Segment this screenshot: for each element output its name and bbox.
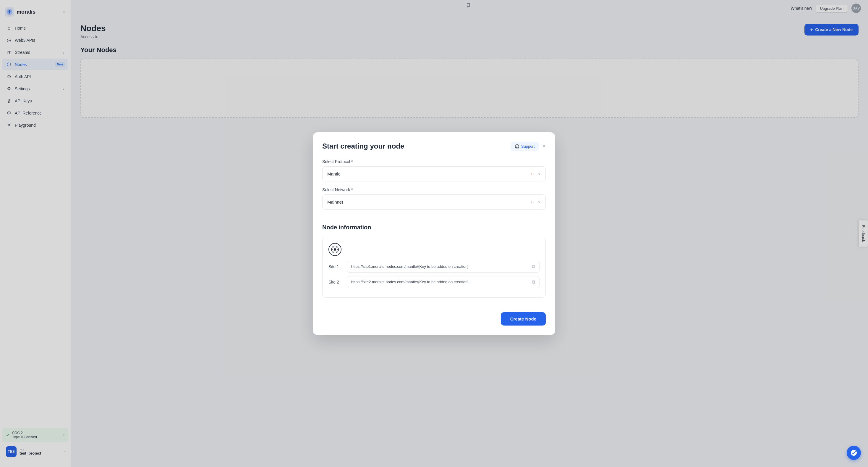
site1-url: https://site1.moralis-nodes.com/mantle/{… xyxy=(351,264,469,269)
node-info-card: Site 1 https://site1.moralis-nodes.com/m… xyxy=(322,237,546,298)
node-info-title: Node information xyxy=(322,224,546,231)
network-select-wrapper: Select Network * Mainnet ← ∨ xyxy=(322,187,546,209)
node-icon-row xyxy=(329,243,539,256)
site2-copy-button[interactable]: ⧉ xyxy=(532,280,535,285)
close-modal-button[interactable]: × xyxy=(542,143,546,149)
modal-footer: Create Node xyxy=(322,306,546,325)
site1-row: Site 1 https://site1.moralis-nodes.com/m… xyxy=(329,261,539,272)
protocol-select-wrapper: Select Protocol * Mantle ← ∨ xyxy=(322,159,546,181)
section-divider xyxy=(322,216,546,217)
site1-url-field: https://site1.moralis-nodes.com/mantle/{… xyxy=(347,261,539,272)
protocol-value: Mantle xyxy=(327,171,341,176)
site1-copy-button[interactable]: ⧉ xyxy=(532,264,535,269)
svg-line-9 xyxy=(337,247,338,248)
svg-point-2 xyxy=(334,248,336,251)
network-arrow-indicator: ← xyxy=(529,199,535,205)
site2-url-field: https://site2.moralis-nodes.com/mantle/{… xyxy=(347,276,539,288)
protocol-label: Select Protocol * xyxy=(322,159,546,164)
protocol-arrow-indicator: ← xyxy=(529,171,535,177)
svg-line-8 xyxy=(337,251,338,252)
modal-header: Start creating your node 🎧 Support × xyxy=(322,142,546,151)
headset-icon: 🎧 xyxy=(515,144,520,149)
modal-title: Start creating your node xyxy=(322,142,404,150)
svg-line-7 xyxy=(333,247,334,248)
protocol-chevron-down-icon: ∨ xyxy=(538,171,541,176)
site2-url: https://site2.moralis-nodes.com/mantle/{… xyxy=(351,280,469,284)
modal-header-actions: 🎧 Support × xyxy=(510,142,546,151)
create-node-modal: Start creating your node 🎧 Support × Sel… xyxy=(313,132,555,335)
site2-row: Site 2 https://site2.moralis-nodes.com/m… xyxy=(329,276,539,288)
network-select[interactable]: Mainnet ← ∨ xyxy=(322,195,546,209)
network-value: Mainnet xyxy=(327,200,343,204)
create-node-submit-button[interactable]: Create Node xyxy=(501,312,546,325)
protocol-select[interactable]: Mantle ← ∨ xyxy=(322,166,546,181)
node-logo-icon xyxy=(329,243,341,256)
moralis-chat-button[interactable] xyxy=(847,446,861,460)
modal-overlay[interactable]: Start creating your node 🎧 Support × Sel… xyxy=(0,0,868,467)
site1-label: Site 1 xyxy=(329,264,343,269)
svg-line-10 xyxy=(333,251,334,252)
network-chevron-down-icon: ∨ xyxy=(538,200,541,204)
site2-label: Site 2 xyxy=(329,280,343,284)
support-button[interactable]: 🎧 Support xyxy=(510,142,539,151)
network-label: Select Network * xyxy=(322,187,546,192)
